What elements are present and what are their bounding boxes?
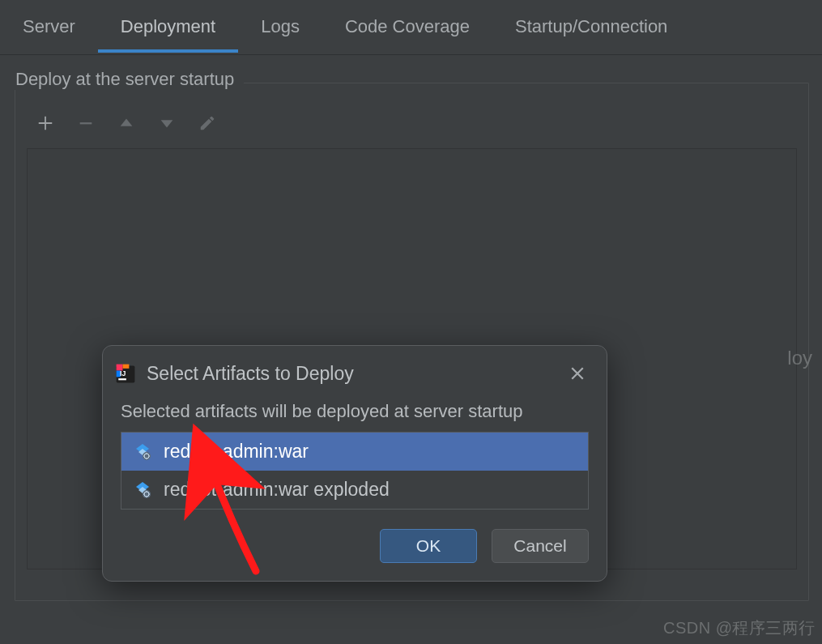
tab-server[interactable]: Server [16,3,98,52]
artifact-icon [133,442,152,462]
artifact-label: redpot-admin:war [164,441,309,463]
tab-logs[interactable]: Logs [238,3,322,52]
svg-rect-0 [80,122,92,124]
watermark: CSDN @程序三两行 [663,617,816,639]
tab-startup-connection[interactable]: Startup/Connection [492,3,690,52]
cancel-button[interactable]: Cancel [492,529,589,563]
intellij-icon: IJ [114,362,137,385]
svg-rect-3 [123,365,130,369]
fieldset-legend: Deploy at the server startup [14,69,244,90]
ok-button[interactable]: OK [380,529,477,563]
edit-icon[interactable] [197,113,218,134]
artifact-icon [133,480,152,500]
remove-icon[interactable] [75,113,96,134]
add-icon[interactable] [35,113,56,134]
dialog-body: Selected artifacts will be deployed at s… [103,393,607,510]
dialog-header: IJ Select Artifacts to Deploy [103,346,607,393]
background-ghost-text: loy [787,347,812,369]
artifact-list: redpot-admin:war redpot-admin:war explod… [121,432,589,510]
svg-text:IJ: IJ [120,369,126,377]
deploy-toolbar [15,106,808,145]
move-down-icon[interactable] [156,113,177,134]
artifact-label: redpot-admin:war exploded [164,479,390,501]
dialog-footer: OK Cancel [103,510,607,566]
artifact-item-war[interactable]: redpot-admin:war [121,433,588,471]
dialog-title: Select Artifacts to Deploy [147,363,556,385]
close-icon[interactable] [566,362,589,385]
move-up-icon[interactable] [116,113,137,134]
tabs-bar: Server Deployment Logs Code Coverage Sta… [0,0,822,55]
tab-deployment[interactable]: Deployment [98,3,238,52]
select-artifacts-dialog: IJ Select Artifacts to Deploy Selected a… [102,345,607,582]
svg-rect-5 [118,378,126,380]
artifact-item-war-exploded[interactable]: redpot-admin:war exploded [121,471,588,509]
dialog-description: Selected artifacts will be deployed at s… [121,401,589,422]
tab-code-coverage[interactable]: Code Coverage [322,3,492,52]
